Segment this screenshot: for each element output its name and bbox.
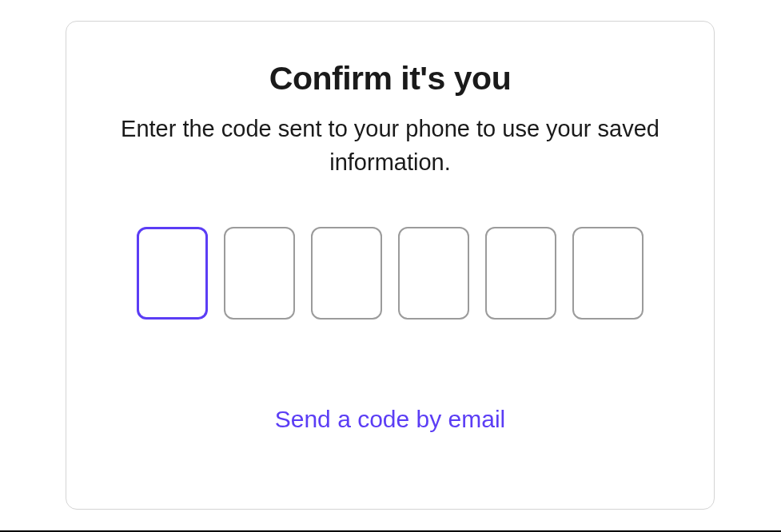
code-digit-3[interactable] bbox=[311, 227, 382, 320]
code-digit-4[interactable] bbox=[398, 227, 469, 320]
code-digit-2[interactable] bbox=[224, 227, 295, 320]
dialog-title: Confirm it's you bbox=[269, 60, 511, 97]
verification-card: Confirm it's you Enter the code sent to … bbox=[66, 21, 715, 510]
code-digit-5[interactable] bbox=[485, 227, 556, 320]
code-digit-1[interactable] bbox=[137, 227, 208, 320]
code-input-row bbox=[137, 227, 644, 320]
dialog-subtitle: Enter the code sent to your phone to use… bbox=[114, 112, 666, 179]
code-digit-6[interactable] bbox=[572, 227, 644, 320]
send-code-by-email-link[interactable]: Send a code by email bbox=[275, 406, 506, 433]
